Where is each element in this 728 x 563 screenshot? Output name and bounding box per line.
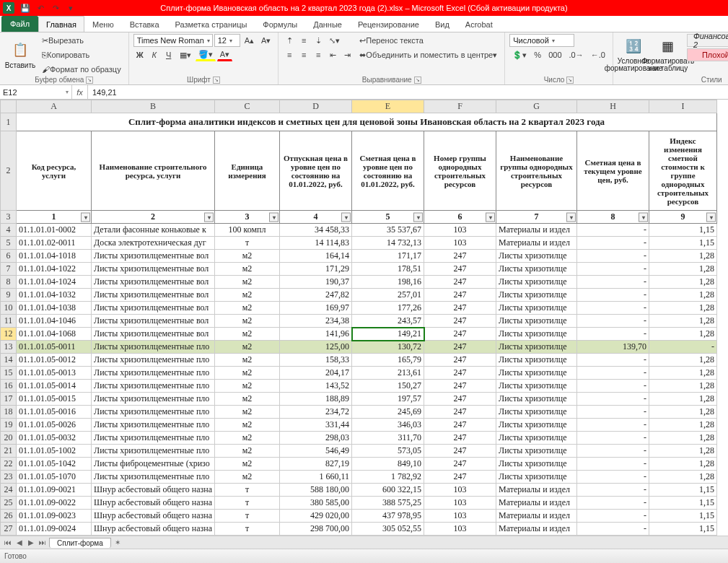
filter-button-2[interactable]: ▾	[204, 212, 214, 222]
cell-A5[interactable]: 01.1.01.02-0011	[17, 237, 92, 250]
colnum-1[interactable]: 1▾	[17, 211, 92, 224]
currency-button[interactable]: 💲▾	[509, 48, 530, 61]
cell-E17[interactable]: 197,57	[352, 393, 424, 406]
align-center-button[interactable]: ≡	[297, 48, 310, 61]
cell-F5[interactable]: 103	[424, 237, 496, 250]
cell-H13[interactable]: 139,70	[577, 341, 649, 354]
header-F[interactable]: Номер группы однородных строительных рес…	[424, 131, 496, 211]
tab-menu[interactable]: Меню	[84, 16, 122, 32]
cell-C12[interactable]: м2	[215, 328, 280, 341]
cell-B13[interactable]: Листы хризотилцементные пло	[92, 341, 215, 354]
tab-acrobat[interactable]: Acrobat	[457, 16, 501, 32]
cell-G18[interactable]: Листы хризотилце	[496, 406, 577, 419]
copy-button[interactable]: ⎘ Копировать	[39, 48, 92, 61]
header-H[interactable]: Сметная цена в текущем уровне цен, руб.	[577, 131, 649, 211]
cell-H20[interactable]: -	[577, 432, 649, 445]
cell-F14[interactable]: 247	[424, 354, 496, 367]
cell-A24[interactable]: 01.1.01.09-0021	[17, 484, 92, 497]
row-header-21[interactable]: 21	[1, 445, 17, 458]
cell-F9[interactable]: 247	[424, 289, 496, 302]
cell-B19[interactable]: Листы хризотилцементные пло	[92, 419, 215, 432]
col-header-D[interactable]: D	[280, 100, 352, 113]
colnum-3[interactable]: 3▾	[215, 211, 280, 224]
cell-D24[interactable]: 588 180,00	[280, 484, 352, 497]
align-left-button[interactable]: ≡	[283, 48, 296, 61]
cell-I24[interactable]: 1,15	[649, 484, 717, 497]
cell-G16[interactable]: Листы хризотилце	[496, 380, 577, 393]
cell-H16[interactable]: -	[577, 380, 649, 393]
header-I[interactable]: Индекс изменения сметной стоимости к гру…	[649, 131, 717, 211]
cell-B24[interactable]: Шнур асбестовый общего назна	[92, 484, 215, 497]
cell-I22[interactable]: 1,28	[649, 458, 717, 471]
cell-I11[interactable]: 1,28	[649, 315, 717, 328]
cell-H18[interactable]: -	[577, 406, 649, 419]
cell-B6[interactable]: Листы хризотилцементные вол	[92, 250, 215, 263]
cell-I14[interactable]: 1,28	[649, 354, 717, 367]
col-header-E[interactable]: E	[352, 100, 424, 113]
cell-F25[interactable]: 103	[424, 497, 496, 510]
cell-H8[interactable]: -	[577, 276, 649, 289]
cell-C21[interactable]: м2	[215, 445, 280, 458]
cell-F18[interactable]: 247	[424, 406, 496, 419]
header-C[interactable]: Единица измерения	[215, 131, 280, 211]
row-header-16[interactable]: 16	[1, 380, 17, 393]
cell-D10[interactable]: 169,97	[280, 302, 352, 315]
percent-button[interactable]: %	[531, 48, 544, 61]
cell-H27[interactable]: -	[577, 523, 649, 536]
tab-formulas[interactable]: Формулы	[255, 16, 305, 32]
cell-G11[interactable]: Листы хризотилце	[496, 315, 577, 328]
cell-C15[interactable]: м2	[215, 367, 280, 380]
cell-E10[interactable]: 177,26	[352, 302, 424, 315]
cell-G21[interactable]: Листы хризотилце	[496, 445, 577, 458]
cell-B8[interactable]: Листы хризотилцементные вол	[92, 276, 215, 289]
cell-H19[interactable]: -	[577, 419, 649, 432]
col-header-H[interactable]: H	[577, 100, 649, 113]
cell-I6[interactable]: 1,28	[649, 250, 717, 263]
row-header-4[interactable]: 4	[1, 224, 17, 237]
cell-G5[interactable]: Материалы и издел	[496, 237, 577, 250]
filter-button-8[interactable]: ▾	[639, 212, 648, 222]
number-format-combo[interactable]: Числовой▾	[509, 34, 574, 47]
cell-A12[interactable]: 01.1.01.04-1068	[17, 328, 92, 341]
cell-C8[interactable]: м2	[215, 276, 280, 289]
cell-E6[interactable]: 171,17	[352, 250, 424, 263]
cell-A22[interactable]: 01.1.01.05-1042	[17, 458, 92, 471]
bold-button[interactable]: Ж	[133, 48, 146, 61]
cell-C25[interactable]: т	[215, 497, 280, 510]
cell-D12[interactable]: 141,96	[280, 328, 352, 341]
row-header-20[interactable]: 20	[1, 432, 17, 445]
cell-I21[interactable]: 1,28	[649, 445, 717, 458]
cell-B15[interactable]: Листы хризотилцементные пло	[92, 367, 215, 380]
header-D[interactable]: Отпускная цена в уровне цен по состоянию…	[280, 131, 352, 211]
cell-C23[interactable]: м2	[215, 471, 280, 484]
cell-B14[interactable]: Листы хризотилцементные пло	[92, 354, 215, 367]
cell-C16[interactable]: м2	[215, 380, 280, 393]
cell-B25[interactable]: Шнур асбестовый общего назна	[92, 497, 215, 510]
row-header-10[interactable]: 10	[1, 302, 17, 315]
colnum-4[interactable]: 4▾	[280, 211, 352, 224]
cell-E13[interactable]: 130,72	[352, 341, 424, 354]
cell-D25[interactable]: 380 585,00	[280, 497, 352, 510]
row-header-11[interactable]: 11	[1, 315, 17, 328]
cell-F16[interactable]: 247	[424, 380, 496, 393]
cell-F20[interactable]: 247	[424, 432, 496, 445]
row-header-13[interactable]: 13	[1, 341, 17, 354]
wrap-text-button[interactable]: ↩ Перенос текста	[356, 34, 426, 47]
cell-I4[interactable]: 1,15	[649, 224, 717, 237]
cell-H10[interactable]: -	[577, 302, 649, 315]
cell-F4[interactable]: 103	[424, 224, 496, 237]
sheet-tab-active[interactable]: Сплит-форма	[49, 538, 111, 548]
col-header-B[interactable]: B	[92, 100, 215, 113]
cell-F15[interactable]: 247	[424, 367, 496, 380]
cell-C9[interactable]: м2	[215, 289, 280, 302]
tab-layout[interactable]: Разметка страницы	[167, 16, 255, 32]
cell-F19[interactable]: 247	[424, 419, 496, 432]
align-bottom-button[interactable]: ⇣	[312, 34, 325, 47]
col-header-G[interactable]: G	[496, 100, 577, 113]
cell-F24[interactable]: 103	[424, 484, 496, 497]
cell-D6[interactable]: 164,14	[280, 250, 352, 263]
cell-B5[interactable]: Доска электротехническая дуг	[92, 237, 215, 250]
cell-A23[interactable]: 01.1.01.05-1070	[17, 471, 92, 484]
cell-C27[interactable]: т	[215, 523, 280, 536]
col-header-F[interactable]: F	[424, 100, 496, 113]
